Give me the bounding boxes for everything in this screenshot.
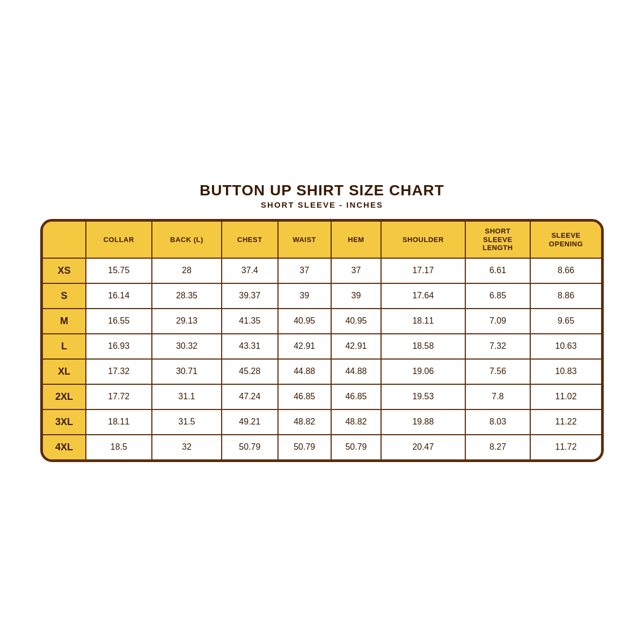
- col-header-hem: HEM: [331, 222, 381, 258]
- cell-hem: 37: [331, 258, 381, 283]
- cell-shoulder: 20.47: [381, 435, 465, 459]
- page-wrapper: BUTTON UP SHIRT SIZE CHART SHORT SLEEVE …: [0, 0, 644, 644]
- cell-short_sleeve_length: 7.8: [465, 384, 530, 409]
- cell-size: 4XL: [43, 435, 86, 459]
- size-chart-table-container: COLLAR BACK (L) CHEST WAIST HEM SHOULDER…: [40, 219, 604, 462]
- cell-shoulder: 19.53: [381, 384, 465, 409]
- cell-sleeve_opening: 8.86: [530, 283, 601, 309]
- cell-hem: 42.91: [331, 334, 381, 359]
- cell-size: L: [43, 334, 86, 359]
- cell-collar: 16.93: [86, 334, 152, 359]
- cell-hem: 40.95: [331, 309, 381, 334]
- cell-hem: 39: [331, 283, 381, 309]
- cell-size: XL: [43, 359, 86, 384]
- cell-collar: 17.72: [86, 384, 152, 409]
- cell-short_sleeve_length: 6.61: [465, 258, 530, 283]
- cell-shoulder: 18.58: [381, 334, 465, 359]
- cell-back_l: 30.71: [152, 359, 222, 384]
- table-row: XS15.752837.4373717.176.618.66: [43, 258, 601, 283]
- cell-chest: 41.35: [222, 309, 277, 334]
- cell-sleeve_opening: 11.22: [530, 409, 601, 435]
- cell-back_l: 31.5: [152, 409, 222, 435]
- cell-chest: 50.79: [222, 435, 277, 459]
- col-header-size: [43, 222, 86, 258]
- cell-size: XS: [43, 258, 86, 283]
- table-row: 2XL17.7231.147.2446.8546.8519.537.811.02: [43, 384, 601, 409]
- cell-waist: 46.85: [278, 384, 331, 409]
- cell-sleeve_opening: 11.02: [530, 384, 601, 409]
- cell-back_l: 28.35: [152, 283, 222, 309]
- cell-chest: 39.37: [222, 283, 277, 309]
- cell-short_sleeve_length: 6.85: [465, 283, 530, 309]
- cell-size: M: [43, 309, 86, 334]
- col-header-collar: COLLAR: [86, 222, 152, 258]
- cell-sleeve_opening: 8.66: [530, 258, 601, 283]
- cell-waist: 37: [278, 258, 331, 283]
- cell-hem: 50.79: [331, 435, 381, 459]
- col-header-back-l: BACK (L): [152, 222, 222, 258]
- cell-back_l: 30.32: [152, 334, 222, 359]
- cell-waist: 42.91: [278, 334, 331, 359]
- cell-hem: 44.88: [331, 359, 381, 384]
- col-header-waist: WAIST: [278, 222, 331, 258]
- cell-shoulder: 19.06: [381, 359, 465, 384]
- sub-title: SHORT SLEEVE - INCHES: [200, 200, 444, 209]
- table-row: L16.9330.3243.3142.9142.9118.587.3210.63: [43, 334, 601, 359]
- cell-shoulder: 17.64: [381, 283, 465, 309]
- cell-shoulder: 19.88: [381, 409, 465, 435]
- cell-sleeve_opening: 10.83: [530, 359, 601, 384]
- cell-shoulder: 17.17: [381, 258, 465, 283]
- cell-collar: 15.75: [86, 258, 152, 283]
- cell-collar: 17.32: [86, 359, 152, 384]
- cell-chest: 37.4: [222, 258, 277, 283]
- cell-sleeve_opening: 9.65: [530, 309, 601, 334]
- cell-short_sleeve_length: 8.03: [465, 409, 530, 435]
- cell-waist: 48.82: [278, 409, 331, 435]
- table-body: XS15.752837.4373717.176.618.66S16.1428.3…: [43, 258, 601, 459]
- table-row: M16.5529.1341.3540.9540.9518.117.099.65: [43, 309, 601, 334]
- cell-back_l: 32: [152, 435, 222, 459]
- cell-waist: 50.79: [278, 435, 331, 459]
- cell-collar: 18.5: [86, 435, 152, 459]
- cell-collar: 16.14: [86, 283, 152, 309]
- cell-size: 2XL: [43, 384, 86, 409]
- cell-chest: 45.28: [222, 359, 277, 384]
- cell-size: S: [43, 283, 86, 309]
- cell-chest: 43.31: [222, 334, 277, 359]
- size-chart-table: COLLAR BACK (L) CHEST WAIST HEM SHOULDER…: [43, 222, 601, 459]
- cell-chest: 47.24: [222, 384, 277, 409]
- cell-shoulder: 18.11: [381, 309, 465, 334]
- table-row: XL17.3230.7145.2844.8844.8819.067.5610.8…: [43, 359, 601, 384]
- cell-size: 3XL: [43, 409, 86, 435]
- col-header-short-sleeve-length: SHORTSLEEVELENGTH: [465, 222, 530, 258]
- cell-short_sleeve_length: 7.56: [465, 359, 530, 384]
- cell-short_sleeve_length: 8.27: [465, 435, 530, 459]
- col-header-chest: CHEST: [222, 222, 277, 258]
- title-section: BUTTON UP SHIRT SIZE CHART SHORT SLEEVE …: [200, 182, 444, 209]
- cell-collar: 18.11: [86, 409, 152, 435]
- cell-short_sleeve_length: 7.32: [465, 334, 530, 359]
- table-row: S16.1428.3539.37393917.646.858.86: [43, 283, 601, 309]
- cell-back_l: 31.1: [152, 384, 222, 409]
- cell-chest: 49.21: [222, 409, 277, 435]
- cell-sleeve_opening: 10.63: [530, 334, 601, 359]
- table-row: 4XL18.53250.7950.7950.7920.478.2711.72: [43, 435, 601, 459]
- cell-waist: 40.95: [278, 309, 331, 334]
- cell-back_l: 29.13: [152, 309, 222, 334]
- cell-waist: 39: [278, 283, 331, 309]
- table-row: 3XL18.1131.549.2148.8248.8219.888.0311.2…: [43, 409, 601, 435]
- table-header-row: COLLAR BACK (L) CHEST WAIST HEM SHOULDER…: [43, 222, 601, 258]
- main-title: BUTTON UP SHIRT SIZE CHART: [200, 182, 444, 199]
- cell-hem: 46.85: [331, 384, 381, 409]
- cell-collar: 16.55: [86, 309, 152, 334]
- col-header-sleeve-opening: SLEEVEOPENING: [530, 222, 601, 258]
- cell-short_sleeve_length: 7.09: [465, 309, 530, 334]
- cell-back_l: 28: [152, 258, 222, 283]
- cell-hem: 48.82: [331, 409, 381, 435]
- cell-sleeve_opening: 11.72: [530, 435, 601, 459]
- cell-waist: 44.88: [278, 359, 331, 384]
- col-header-shoulder: SHOULDER: [381, 222, 465, 258]
